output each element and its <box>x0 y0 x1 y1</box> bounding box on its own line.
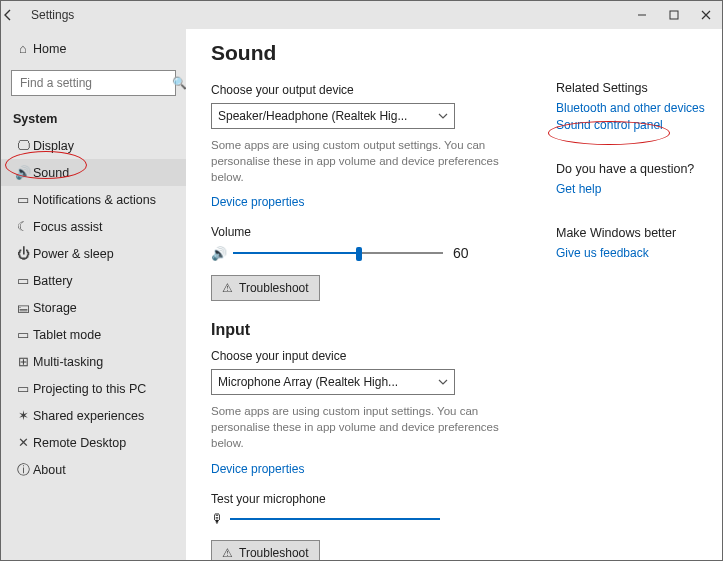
sidebar-item-notifications[interactable]: ▭ Notifications & actions <box>1 186 186 213</box>
main-panel: Sound Choose your output device Speaker/… <box>186 29 722 560</box>
search-box[interactable]: 🔍 <box>11 70 176 96</box>
remote-icon: ✕ <box>13 435 33 450</box>
sidebar-item-multitasking[interactable]: ⊞ Multi-tasking <box>1 348 186 375</box>
input-choose-label: Choose your input device <box>211 349 511 363</box>
sidebar-item-label: Notifications & actions <box>33 193 156 207</box>
sidebar-item-shared[interactable]: ✶ Shared experiences <box>1 402 186 429</box>
warning-icon: ⚠ <box>222 281 233 295</box>
battery-icon: ▭ <box>13 273 33 288</box>
sidebar-item-projecting[interactable]: ▭ Projecting to this PC <box>1 375 186 402</box>
button-label: Troubleshoot <box>239 281 309 295</box>
content-column: Sound Choose your output device Speaker/… <box>211 41 511 560</box>
sidebar-item-label: Home <box>33 42 66 56</box>
search-input[interactable] <box>18 75 172 91</box>
feedback-link[interactable]: Give us feedback <box>556 246 706 260</box>
sidebar-item-label: Focus assist <box>33 220 102 234</box>
sidebar-item-label: Storage <box>33 301 77 315</box>
input-device-select[interactable]: Microphone Array (Realtek High... <box>211 369 455 395</box>
mic-level-bar <box>230 518 440 520</box>
sidebar: ⌂ Home 🔍 System 🖵 Display 🔊 Sound ▭ Noti… <box>1 29 186 560</box>
search-icon: 🔍 <box>172 76 187 90</box>
sidebar-item-label: Battery <box>33 274 73 288</box>
sidebar-item-label: Power & sleep <box>33 247 114 261</box>
sidebar-item-label: Display <box>33 139 74 153</box>
question-heading: Do you have a question? <box>556 162 706 176</box>
output-choose-label: Choose your output device <box>211 83 511 97</box>
power-icon: ⏻ <box>13 246 33 261</box>
input-troubleshoot-button[interactable]: ⚠ Troubleshoot <box>211 540 320 560</box>
sound-icon: 🔊 <box>13 165 33 180</box>
maximize-button[interactable] <box>658 1 690 29</box>
settings-window: Settings ⌂ Home 🔍 System <box>0 0 723 561</box>
input-device-properties-link[interactable]: Device properties <box>211 462 304 476</box>
chevron-down-icon <box>438 377 448 387</box>
sidebar-heading: System <box>1 106 186 132</box>
input-heading: Input <box>211 321 511 339</box>
sidebar-item-label: Tablet mode <box>33 328 101 342</box>
sidebar-item-label: Multi-tasking <box>33 355 103 369</box>
better-heading: Make Windows better <box>556 226 706 240</box>
volume-label: Volume <box>211 225 511 239</box>
input-hint: Some apps are using custom input setting… <box>211 403 501 451</box>
output-hint: Some apps are using custom output settin… <box>211 137 501 185</box>
output-device-properties-link[interactable]: Device properties <box>211 195 304 209</box>
home-icon: ⌂ <box>13 41 33 56</box>
sidebar-item-display[interactable]: 🖵 Display <box>1 132 186 159</box>
titlebar: Settings <box>1 1 722 29</box>
sidebar-item-label: Sound <box>33 166 69 180</box>
microphone-icon: 🎙 <box>211 512 224 526</box>
sidebar-item-storage[interactable]: 🖴 Storage <box>1 294 186 321</box>
minimize-button[interactable] <box>626 1 658 29</box>
display-icon: 🖵 <box>13 138 33 153</box>
volume-value: 60 <box>453 245 477 261</box>
sidebar-item-remote-desktop[interactable]: ✕ Remote Desktop <box>1 429 186 456</box>
sidebar-item-sound[interactable]: 🔊 Sound <box>1 159 186 186</box>
right-column: Related Settings Bluetooth and other dev… <box>556 71 706 263</box>
sidebar-item-label: Projecting to this PC <box>33 382 146 396</box>
sidebar-item-label: Shared experiences <box>33 409 144 423</box>
output-device-select[interactable]: Speaker/Headphone (Realtek Hig... <box>211 103 455 129</box>
page-title: Sound <box>211 41 511 65</box>
output-troubleshoot-button[interactable]: ⚠ Troubleshoot <box>211 275 320 301</box>
sidebar-item-tablet-mode[interactable]: ▭ Tablet mode <box>1 321 186 348</box>
svg-rect-1 <box>670 11 678 19</box>
sidebar-item-label: Remote Desktop <box>33 436 126 450</box>
bluetooth-link[interactable]: Bluetooth and other devices <box>556 101 706 115</box>
tablet-icon: ▭ <box>13 327 33 342</box>
multitasking-icon: ⊞ <box>13 354 33 369</box>
sidebar-item-power[interactable]: ⏻ Power & sleep <box>1 240 186 267</box>
notifications-icon: ▭ <box>13 192 33 207</box>
back-button[interactable] <box>1 8 31 22</box>
window-title: Settings <box>31 8 74 22</box>
button-label: Troubleshoot <box>239 546 309 560</box>
warning-icon: ⚠ <box>222 546 233 560</box>
input-device-value: Microphone Array (Realtek High... <box>218 375 398 389</box>
mic-test-row: 🎙 <box>211 512 511 526</box>
chevron-down-icon <box>438 111 448 121</box>
storage-icon: 🖴 <box>13 300 33 315</box>
speaker-icon: 🔊 <box>211 246 229 261</box>
test-mic-label: Test your microphone <box>211 492 511 506</box>
sidebar-item-focus-assist[interactable]: ☾ Focus assist <box>1 213 186 240</box>
close-button[interactable] <box>690 1 722 29</box>
volume-row: 🔊 60 <box>211 245 511 261</box>
sidebar-item-label: About <box>33 463 66 477</box>
shared-icon: ✶ <box>13 408 33 423</box>
volume-slider[interactable] <box>233 245 443 261</box>
get-help-link[interactable]: Get help <box>556 182 706 196</box>
related-heading: Related Settings <box>556 81 706 95</box>
about-icon: ⓘ <box>13 461 33 479</box>
sidebar-home[interactable]: ⌂ Home <box>1 35 186 62</box>
sound-control-panel-link[interactable]: Sound control panel <box>556 118 706 132</box>
sidebar-item-battery[interactable]: ▭ Battery <box>1 267 186 294</box>
projecting-icon: ▭ <box>13 381 33 396</box>
window-buttons <box>626 1 722 29</box>
sidebar-item-about[interactable]: ⓘ About <box>1 456 186 483</box>
focus-assist-icon: ☾ <box>13 219 33 234</box>
output-device-value: Speaker/Headphone (Realtek Hig... <box>218 109 407 123</box>
